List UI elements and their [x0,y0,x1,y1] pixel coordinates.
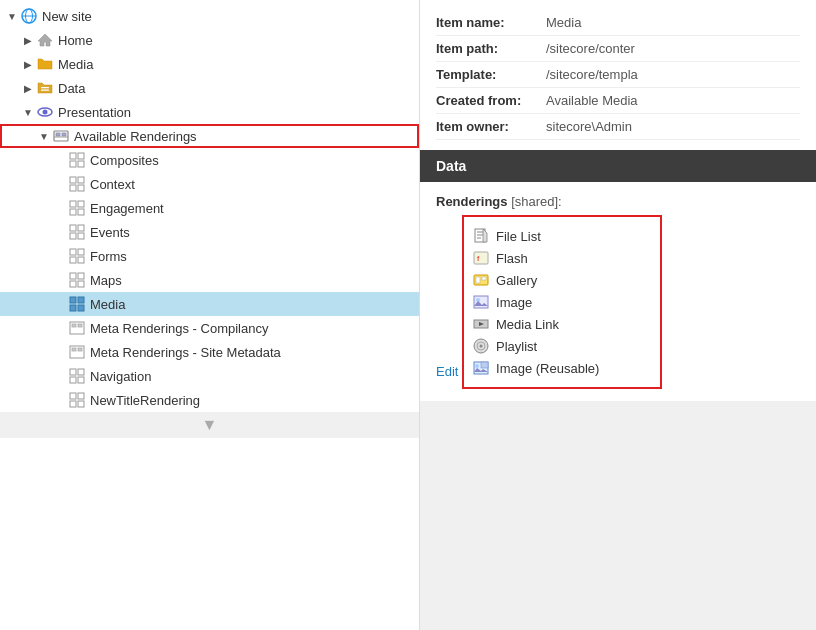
tree-item-navigation[interactable]: ▶ Navigation [0,364,419,388]
tree-label-maps: Maps [90,273,122,288]
svg-rect-49 [78,377,84,383]
rendering-item-playlist: Playlist [472,335,652,357]
info-row-name: Item name: Media [436,10,800,36]
tree-item-engagement[interactable]: ▶ Engagement [0,196,419,220]
tree-item-new-title[interactable]: ▶ NewTitleRendering [0,388,419,412]
svg-rect-48 [70,377,76,383]
rendering-label-media-link: Media Link [496,317,559,332]
info-row-owner: Item owner: sitecore\Admin [436,114,800,140]
svg-rect-10 [62,133,66,136]
svg-rect-13 [78,153,84,159]
toggle-available-renderings[interactable]: ▼ [36,131,52,142]
tree-item-context[interactable]: ▶ Context [0,172,419,196]
tree-label-media: Media [90,297,125,312]
info-value-created: Available Media [546,93,638,108]
svg-rect-5 [41,90,49,91]
svg-point-7 [43,110,48,115]
tree-item-maps[interactable]: ▶ Maps [0,268,419,292]
svg-rect-23 [78,209,84,215]
scroll-down-indicator[interactable]: ▼ [0,412,419,438]
svg-rect-62 [482,277,486,280]
svg-rect-18 [70,185,76,191]
folder-media-icon [36,55,54,73]
tree-item-presentation[interactable]: ▼ Presentation [0,100,419,124]
svg-rect-22 [70,209,76,215]
tree-label-home: Home [58,33,93,48]
rendering-label-file-list: File List [496,229,541,244]
svg-rect-63 [474,296,488,308]
tree-item-available-renderings[interactable]: ▼ Available Renderings [0,124,419,148]
toggle-presentation[interactable]: ▼ [20,107,36,118]
svg-rect-16 [70,177,76,183]
tree-item-composites[interactable]: ▶ Composites [0,148,419,172]
tree-item-home[interactable]: ▶ Home [0,28,419,52]
svg-marker-3 [38,34,52,46]
rendering-label-image-reusable: Image (Reusable) [496,361,599,376]
renderings-folder-icon [52,127,70,145]
svg-rect-26 [70,233,76,239]
info-row-created: Created from: Available Media [436,88,800,114]
info-row-path: Item path: /sitecore/conter [436,36,800,62]
svg-rect-31 [78,257,84,263]
info-value-path: /sitecore/conter [546,41,635,56]
tree-item-meta-site[interactable]: ▶ Meta Renderings - Site Metadata [0,340,419,364]
svg-rect-17 [78,177,84,183]
toggle-home[interactable]: ▶ [20,35,36,46]
rendering-item-image-reusable: Image (Reusable) [472,357,652,379]
media-link-icon [472,315,490,333]
tree-item-meta-compilancy[interactable]: ▶ Meta Renderings - Compilancy [0,316,419,340]
info-label-owner: Item owner: [436,119,546,134]
rendering-item-gallery: Gallery [472,269,652,291]
svg-rect-32 [70,273,76,279]
file-list-icon [472,227,490,245]
image-reusable-icon [472,359,490,377]
gallery-icon [472,271,490,289]
tree-item-events[interactable]: ▶ Events [0,220,419,244]
toggle-new-site[interactable]: ▼ [4,11,20,22]
toggle-data-folder[interactable]: ▶ [20,83,36,94]
toggle-media-folder[interactable]: ▶ [20,59,36,70]
svg-rect-39 [78,305,84,311]
tree-item-media[interactable]: ▶ Media [0,292,419,316]
svg-rect-21 [78,201,84,207]
rendering-label-flash: Flash [496,251,528,266]
events-icon [68,223,86,241]
svg-rect-19 [78,185,84,191]
renderings-box: File List f Flash Gallery [462,215,662,389]
renderings-qualifier: [shared]: [511,194,562,209]
info-label-template: Template: [436,67,546,82]
tree-label-new-title: NewTitleRendering [90,393,200,408]
rendering-label-gallery: Gallery [496,273,537,288]
tree-item-new-site[interactable]: ▼ New site [0,4,419,28]
tree-item-forms[interactable]: ▶ Forms [0,244,419,268]
tree-label-new-site: New site [42,9,92,24]
tree-item-media-folder[interactable]: ▶ Media [0,52,419,76]
folder-data-icon [36,79,54,97]
svg-rect-46 [70,369,76,375]
globe-icon [20,7,38,25]
info-value-owner: sitecore\Admin [546,119,632,134]
context-icon [68,175,86,193]
tree-label-meta-compilancy: Meta Renderings - Compilancy [90,321,268,336]
rendering-item-flash: f Flash [472,247,652,269]
svg-point-69 [480,345,483,348]
media-icon [68,295,86,313]
svg-rect-42 [78,324,82,327]
svg-rect-28 [70,249,76,255]
svg-rect-24 [70,225,76,231]
tree-item-data-folder[interactable]: ▶ Data [0,76,419,100]
svg-rect-27 [78,233,84,239]
svg-point-72 [475,364,479,368]
edit-link[interactable]: Edit [436,364,458,379]
svg-rect-45 [78,348,82,351]
svg-rect-30 [70,257,76,263]
tree-label-media-folder: Media [58,57,93,72]
renderings-label: Renderings [shared]: [436,194,800,209]
svg-rect-38 [70,305,76,311]
tree-label-navigation: Navigation [90,369,151,384]
rendering-label-playlist: Playlist [496,339,537,354]
svg-rect-52 [70,401,76,407]
svg-rect-37 [78,297,84,303]
svg-rect-4 [41,87,49,88]
svg-rect-34 [70,281,76,287]
